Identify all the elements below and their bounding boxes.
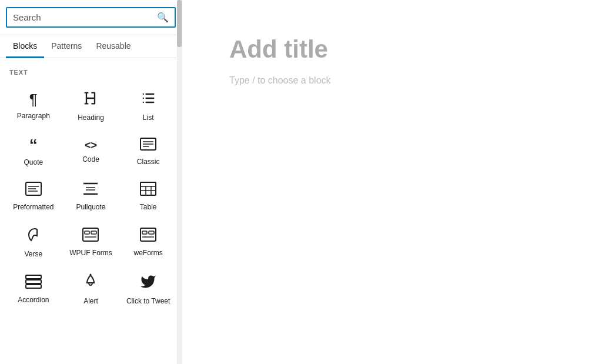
block-paragraph[interactable]: ¶ Paragraph xyxy=(5,81,62,128)
preformatted-label: Preformatted xyxy=(13,203,53,211)
block-weforms[interactable]: weForms xyxy=(119,217,177,264)
list-label: List xyxy=(143,113,154,122)
block-heading[interactable]: Heading xyxy=(62,81,120,128)
alert-label: Alert xyxy=(83,297,98,305)
search-input[interactable] xyxy=(13,12,157,22)
block-preformatted[interactable]: Preformatted xyxy=(5,172,62,217)
code-icon: <> xyxy=(85,140,97,151)
block-click-to-tweet[interactable]: Click to Tweet xyxy=(119,264,177,311)
page-title[interactable]: Add title xyxy=(229,35,555,64)
click-to-tweet-icon xyxy=(140,273,156,292)
block-list[interactable]: List xyxy=(119,81,177,128)
heading-label: Heading xyxy=(78,113,104,122)
block-classic[interactable]: Classic xyxy=(119,128,177,172)
blocks-panel: TEXT ¶ Paragraph Heading xyxy=(0,58,182,364)
block-accordion[interactable]: Accordion xyxy=(5,264,62,311)
svg-point-35 xyxy=(90,274,92,276)
classic-icon xyxy=(140,138,156,153)
svg-rect-27 xyxy=(141,228,156,241)
scrollbar[interactable] xyxy=(177,0,182,364)
quote-icon: “ xyxy=(29,137,38,153)
svg-rect-29 xyxy=(149,231,154,234)
table-icon xyxy=(140,182,156,198)
classic-label: Classic xyxy=(137,158,160,166)
wpuf-forms-label: WPUF Forms xyxy=(69,249,112,257)
pullquote-label: Pullquote xyxy=(76,203,105,211)
table-label: Table xyxy=(140,203,157,211)
accordion-label: Accordion xyxy=(18,296,49,304)
paragraph-icon: ¶ xyxy=(29,92,38,107)
code-label: Code xyxy=(82,155,99,163)
tabs-bar: Blocks Patterns Reusable xyxy=(0,35,182,58)
accordion-icon xyxy=(25,275,42,291)
search-icon: 🔍 xyxy=(157,12,169,23)
blocks-grid: ¶ Paragraph Heading xyxy=(0,78,182,313)
weforms-icon xyxy=(140,228,156,244)
svg-rect-31 xyxy=(26,275,41,279)
verse-label: Verse xyxy=(24,250,42,258)
svg-rect-28 xyxy=(142,231,147,234)
click-to-tweet-label: Click to Tweet xyxy=(126,297,170,305)
page-hint: Type / to choose a block xyxy=(229,75,555,86)
pullquote-icon xyxy=(82,182,99,198)
tab-blocks[interactable]: Blocks xyxy=(6,35,44,58)
svg-rect-25 xyxy=(91,231,96,234)
wpuf-forms-icon xyxy=(82,228,99,244)
preformatted-icon xyxy=(25,182,42,198)
quote-label: Quote xyxy=(24,158,43,166)
paragraph-label: Paragraph xyxy=(17,112,50,120)
main-content: Add title Type / to choose a block xyxy=(182,0,602,364)
svg-rect-24 xyxy=(85,231,89,234)
svg-rect-32 xyxy=(26,280,41,283)
block-quote[interactable]: “ Quote xyxy=(5,128,62,172)
tab-patterns[interactable]: Patterns xyxy=(44,35,89,58)
svg-rect-33 xyxy=(26,285,41,288)
block-table[interactable]: Table xyxy=(119,172,177,217)
block-verse[interactable]: Verse xyxy=(5,217,62,264)
svg-rect-23 xyxy=(83,228,98,241)
scrollbar-thumb[interactable] xyxy=(177,0,182,47)
search-box: 🔍 xyxy=(6,7,176,28)
tab-reusable[interactable]: Reusable xyxy=(89,35,138,58)
list-icon xyxy=(140,90,156,109)
search-area: 🔍 xyxy=(0,0,182,35)
heading-icon xyxy=(82,90,99,109)
svg-rect-18 xyxy=(141,182,156,195)
block-code[interactable]: <> Code xyxy=(62,128,120,172)
sidebar: 🔍 Blocks Patterns Reusable TEXT ¶ Paragr… xyxy=(0,0,182,364)
alert-icon xyxy=(83,273,98,292)
block-wpuf-forms[interactable]: WPUF Forms xyxy=(62,217,120,264)
block-pullquote[interactable]: Pullquote xyxy=(62,172,120,217)
weforms-label: weForms xyxy=(133,249,162,257)
verse-icon xyxy=(26,226,41,245)
section-label-text: TEXT xyxy=(0,64,182,78)
block-alert[interactable]: Alert xyxy=(62,264,120,311)
